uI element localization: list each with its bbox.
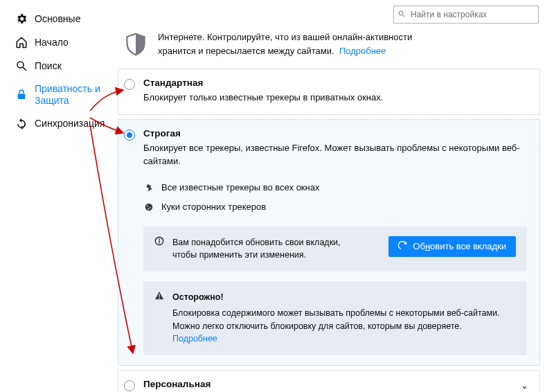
svg-line-1 — [23, 67, 26, 71]
sidebar-item-search[interactable]: Поиск — [12, 54, 118, 78]
button-label: Обновить все вкладки — [413, 241, 506, 251]
svg-point-5 — [145, 203, 153, 211]
reload-info-box: Вам понадобится обновить свои вкладки, ч… — [143, 226, 527, 272]
list-item: Все известные трекеры во всех окнах — [143, 178, 527, 197]
sidebar-item-label: Основные — [35, 13, 80, 25]
info-icon — [154, 236, 164, 250]
learn-more-link[interactable]: Подробнее — [339, 46, 386, 56]
tracking-intro: Интернете. Контролируйте, что из вашей о… — [118, 30, 540, 69]
warning-title: Осторожно! — [172, 291, 516, 304]
svg-line-4 — [403, 15, 405, 17]
sidebar: Основные Начало Поиск Приватность и Защи… — [0, 0, 118, 392]
list-item-label: Все известные трекеры во всех окнах — [161, 182, 319, 193]
option-title: Персональная — [143, 379, 527, 389]
tracker-icon — [143, 182, 154, 193]
radio-standard[interactable] — [124, 79, 135, 90]
svg-point-8 — [148, 208, 149, 209]
sidebar-item-label: Синхронизация — [35, 118, 105, 130]
radio-strict[interactable] — [124, 130, 135, 141]
sidebar-item-general[interactable]: Основные — [12, 7, 118, 30]
sync-icon — [15, 118, 28, 130]
svg-rect-2 — [18, 93, 26, 99]
svg-point-0 — [17, 62, 24, 68]
sidebar-item-sync[interactable]: Синхронизация — [12, 112, 118, 136]
reload-tabs-button[interactable]: Обновить все вкладки — [388, 236, 516, 257]
option-standard[interactable]: Стандартная Блокирует только известные т… — [118, 69, 540, 115]
search-wrap — [393, 6, 539, 24]
gear-icon — [15, 12, 28, 25]
svg-rect-11 — [159, 240, 159, 243]
sidebar-item-label: Начало — [35, 37, 69, 48]
sidebar-item-privacy[interactable]: Приватность и Защита — [12, 78, 118, 112]
radio-custom[interactable] — [124, 380, 135, 391]
svg-point-3 — [399, 11, 403, 15]
chevron-down-icon[interactable]: ⌄ — [521, 380, 528, 391]
option-title: Стандартная — [143, 78, 527, 88]
main-content: Интернете. Контролируйте, что из вашей о… — [118, 0, 554, 392]
sidebar-item-label: Поиск — [35, 60, 62, 72]
learn-more-link[interactable]: Подробнее — [172, 334, 217, 344]
warning-text: Блокировка содержимого может вызывать пр… — [172, 307, 516, 333]
search-icon — [397, 10, 406, 18]
intro-text: Интернете. Контролируйте, что из вашей о… — [158, 32, 412, 42]
option-title: Строгая — [143, 128, 527, 139]
warning-box: Осторожно! Блокировка содержимого может … — [143, 281, 527, 355]
svg-point-6 — [147, 205, 148, 206]
option-desc: Блокирует только известные трекеры в при… — [143, 91, 527, 105]
intro-text: хранится и пересылается между сайтами. — [158, 46, 334, 56]
svg-point-7 — [150, 207, 151, 208]
search-input[interactable] — [393, 6, 539, 24]
sidebar-item-label: Приватность и Защита — [35, 83, 115, 107]
list-item: Куки сторонних трекеров — [143, 197, 527, 217]
info-text: чтобы применить эти изменения. — [172, 250, 306, 260]
option-desc: Блокирует все трекеры, известные Firefox… — [143, 141, 527, 168]
option-strict[interactable]: Строгая Блокирует все трекеры, известные… — [118, 119, 540, 366]
list-item-label: Куки сторонних трекеров — [161, 202, 266, 212]
shield-icon — [123, 32, 148, 57]
home-icon — [15, 36, 28, 48]
strict-block-list: Все известные трекеры во всех окнах Куки… — [143, 178, 527, 217]
info-text: Вам понадобится обновить свои вкладки, — [172, 238, 341, 247]
svg-point-13 — [159, 298, 160, 299]
svg-point-10 — [159, 238, 160, 240]
search-icon — [15, 60, 28, 72]
cookie-icon — [143, 202, 154, 213]
warning-icon — [154, 291, 164, 305]
svg-rect-12 — [159, 294, 159, 296]
lock-icon — [15, 89, 28, 101]
reload-icon — [398, 241, 407, 252]
sidebar-item-home[interactable]: Начало — [12, 30, 118, 54]
option-custom[interactable]: ⌄ Персональная Выберите, что блокировать… — [118, 370, 540, 392]
